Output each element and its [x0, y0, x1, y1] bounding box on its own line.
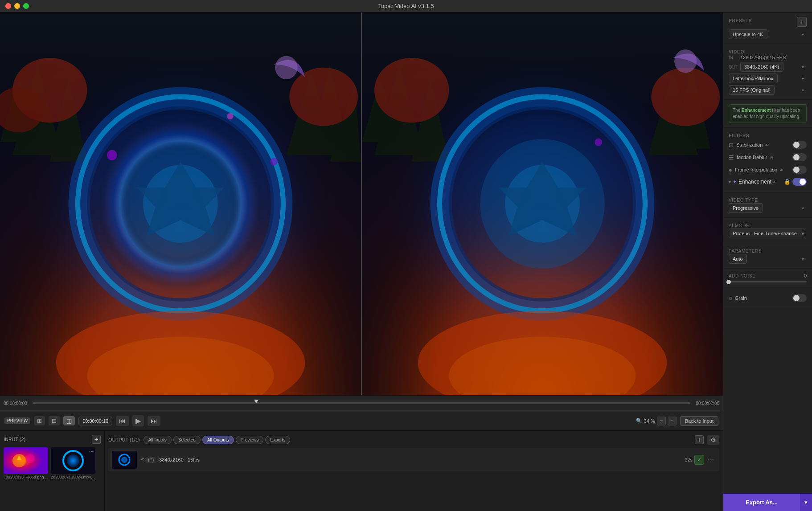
play-btn[interactable]: ▶: [132, 415, 144, 426]
input-section-header: INPUT (2) +: [4, 435, 101, 444]
export-btn[interactable]: Export As...: [723, 494, 800, 511]
filter-all-outputs[interactable]: All Outputs: [202, 436, 234, 444]
add-output-btn[interactable]: +: [695, 435, 704, 444]
back-to-input-btn[interactable]: Back to Input: [680, 416, 718, 426]
video-out-row: OUT 3840x2160 (4K): [729, 62, 807, 72]
add-input-btn[interactable]: +: [92, 435, 101, 444]
timeline-end: 00:00:02:00: [696, 401, 719, 406]
zoom-controls: 🔍 34 % − +: [636, 417, 677, 425]
zoom-minus-btn[interactable]: −: [657, 417, 666, 425]
svg-point-11: [289, 68, 358, 126]
out-label: OUT: [729, 65, 738, 69]
parameters-select[interactable]: Auto: [729, 254, 747, 264]
svg-point-22: [275, 56, 297, 79]
timeline-bar[interactable]: 00:00:00:00 00:00:02:00: [0, 395, 723, 411]
grain-name: ○ Grain: [729, 295, 747, 302]
view-btn-2[interactable]: ⊟: [49, 416, 60, 425]
filters-section: FILTERS ⊞ Stabilization AI ☰ Motion Debl…: [723, 128, 812, 192]
stabilization-toggle[interactable]: [792, 141, 807, 149]
motion-deblur-icon: ☰: [729, 154, 734, 161]
timeline-playhead[interactable]: [254, 400, 258, 403]
video-fps-wrapper: 15 FPS (Original): [729, 85, 807, 95]
minimize-button[interactable]: [14, 3, 20, 9]
add-noise-slider-row: [729, 281, 807, 282]
output-thumb: [112, 451, 137, 469]
add-noise-slider[interactable]: [729, 281, 807, 282]
presets-label-row: PRESETS +: [729, 17, 807, 27]
fullscreen-button[interactable]: [23, 3, 29, 9]
grain-row: ○ Grain: [729, 292, 807, 304]
video-out-select[interactable]: 3840x2160 (4K): [740, 62, 783, 72]
video-bg-right: [362, 12, 723, 395]
parameters-label: PARAMETERS: [729, 249, 762, 253]
video-section: VIDEO IN 1280x768 @ 15 FPS OUT 3840x2160…: [723, 44, 812, 100]
filter-all-inputs[interactable]: All Inputs: [144, 436, 172, 444]
filter-previews[interactable]: Previews: [236, 436, 264, 444]
sync-icon: ⟲: [140, 457, 144, 463]
video-label: VIDEO: [729, 49, 744, 54]
export-arrow-btn[interactable]: ▾: [800, 494, 812, 511]
enhancement-toggle[interactable]: [792, 178, 807, 186]
titlebar: Topaz Video AI v3.1.5: [0, 0, 812, 12]
video-type-wrapper: Progressive: [729, 203, 807, 213]
controls-bar: PREVIEW ⊞ ⊟ ◫ 00:00:00:10 ⏮ ▶ ⏭ 🔍 34 % −…: [0, 411, 723, 431]
enhancement-ai-badge: AI: [773, 180, 777, 184]
output-fps: 15fps: [188, 457, 200, 462]
input-thumb-1[interactable]: ..09231015_%05d.png ...: [4, 447, 48, 479]
filter-exports[interactable]: Exports: [265, 436, 290, 444]
video-fps-select[interactable]: 15 FPS (Original): [729, 85, 775, 95]
grain-toggle[interactable]: [792, 294, 807, 302]
skip-back-btn[interactable]: ⏮: [116, 416, 129, 426]
enhancement-section-header: ▾ ✦ Enhancement AI 🔒: [729, 176, 807, 188]
preset-select[interactable]: Upscale to 4K: [729, 29, 767, 39]
svg-point-47: [26, 454, 35, 463]
motion-deblur-toggle[interactable]: [792, 153, 807, 161]
add-noise-value: 0: [804, 273, 807, 278]
video-type-select[interactable]: Progressive: [729, 203, 763, 213]
view-btn-1[interactable]: ⊞: [34, 416, 45, 425]
stabilization-icon: ⊞: [729, 142, 734, 148]
frame-interp-row: ● Frame Interpolation AI: [729, 164, 807, 176]
thumb-more-btn-2[interactable]: ⋯: [89, 449, 94, 454]
info-section: The Enhancement filter has been enabled …: [723, 100, 812, 128]
in-label: IN: [729, 55, 738, 60]
motion-deblur-ai-badge: AI: [770, 155, 773, 159]
presets-label: PRESETS: [729, 18, 752, 23]
ai-model-select[interactable]: Proteus - Fine-Tune/Enhance...: [729, 229, 805, 238]
input-thumb-2[interactable]: ⋯ 20230207135324.mp4 ...: [51, 447, 95, 479]
enhancement-label: Enhancement: [738, 179, 771, 185]
panel-spacer: [723, 309, 812, 493]
left-panel: 00:00:00:00 00:00:02:00 PREVIEW ⊞ ⊟ ◫ 00…: [0, 12, 723, 511]
add-preset-btn[interactable]: +: [797, 17, 807, 27]
frame-interp-toggle[interactable]: [792, 166, 807, 174]
output-actions: 32s ✓ ⋯: [685, 455, 716, 465]
output-approve-btn[interactable]: ✓: [694, 455, 704, 465]
add-noise-handle[interactable]: [726, 280, 731, 284]
parameters-section: PARAMETERS Auto: [723, 243, 812, 269]
video-preview: [0, 12, 723, 395]
output-more-btn[interactable]: ⋯: [706, 455, 716, 464]
timeline-track[interactable]: [33, 402, 690, 404]
svg-point-33: [374, 58, 449, 123]
motion-deblur-name: ☰ Motion Deblur AI: [729, 154, 773, 161]
grain-icon: ○: [729, 295, 732, 302]
thumb-bg-portal: [51, 447, 95, 474]
output-section-title: OUTPUT (1/1): [108, 437, 140, 442]
ai-model-label: AI MODEL: [729, 223, 752, 228]
filter-selected[interactable]: Selected: [173, 436, 201, 444]
close-button[interactable]: [5, 3, 11, 9]
skip-forward-btn[interactable]: ⏭: [148, 416, 160, 426]
presets-section: PRESETS + Upscale to 4K: [723, 12, 812, 44]
filters-label: FILTERS: [729, 133, 750, 138]
svg-point-19: [107, 150, 117, 160]
output-settings-btn[interactable]: ⚙: [707, 435, 719, 445]
enhancement-header: ▾ ✦ Enhancement AI: [729, 179, 777, 185]
zoom-plus-btn[interactable]: +: [668, 417, 677, 425]
time-display[interactable]: 00:00:00:10: [78, 417, 112, 425]
video-fit-select[interactable]: Letterbox/Pillarbox: [729, 74, 778, 83]
input-thumb-img-1: [4, 447, 48, 474]
info-box: The Enhancement filter has been enabled …: [729, 104, 807, 123]
frame-interp-ai-badge: AI: [780, 168, 783, 172]
add-noise-section: ADD NOISE 0: [723, 269, 812, 287]
view-btn-3[interactable]: ◫: [63, 416, 75, 425]
